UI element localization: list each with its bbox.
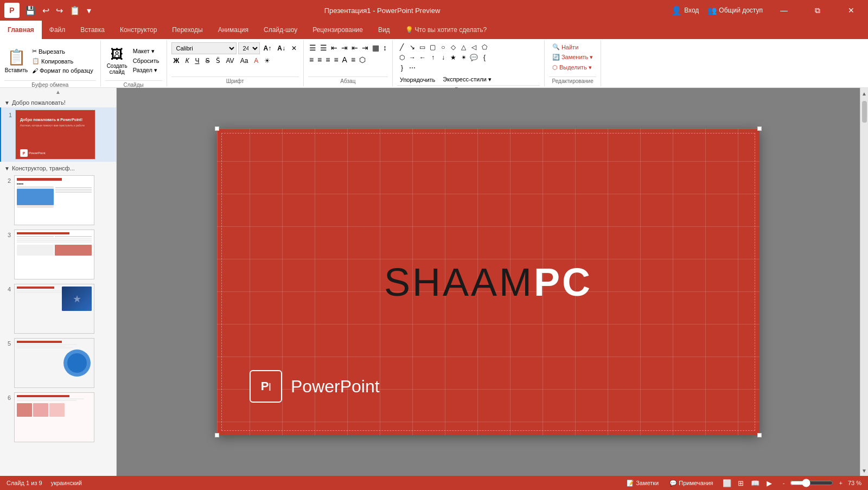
scroll-down-btn[interactable]: ▼ (860, 465, 868, 476)
slide-sorter-btn[interactable]: ⊞ (735, 477, 747, 489)
shape-brace[interactable]: } (397, 63, 407, 73)
tab-slideshow[interactable]: Слайд-шоу (256, 21, 305, 39)
section-btn[interactable]: Раздел ▾ (130, 66, 162, 75)
align-right-btn[interactable]: ≡ (324, 54, 331, 65)
char-spacing-btn[interactable]: AV (224, 55, 237, 66)
line-spacing-btn[interactable]: ↕ (382, 42, 388, 53)
quick-styles-btn[interactable]: Экспресс-стили ▾ (440, 75, 494, 84)
highlight-btn[interactable]: ☀ (262, 55, 272, 66)
bullet-list-btn[interactable]: ☰ (308, 42, 317, 53)
close-btn[interactable]: ✕ (839, 0, 864, 21)
font-family-select[interactable]: Calibri (171, 42, 237, 54)
smart-art-btn[interactable]: ⬡ (358, 54, 367, 65)
zoom-minus-btn[interactable]: - (780, 479, 788, 487)
bold-btn[interactable]: Ж (171, 55, 182, 66)
shape-line[interactable]: ╱ (397, 42, 407, 52)
increase-indent-btn[interactable]: ⇥ (340, 42, 349, 53)
shape-arrow-d[interactable]: ↓ (438, 53, 448, 62)
align-center-btn[interactable]: ≡ (316, 54, 323, 65)
sign-in-btn[interactable]: 👤 Вход (671, 5, 699, 16)
shape-oval[interactable]: ○ (438, 42, 448, 52)
tab-home[interactable]: Главная (0, 21, 42, 39)
arrange-btn[interactable]: Упорядочить (397, 75, 438, 84)
cut-btn[interactable]: ✂ Вырезать (29, 47, 96, 56)
format-painter-btn[interactable]: 🖌 Формат по образцу (29, 66, 96, 75)
shape-pentagon[interactable]: ⬠ (480, 42, 489, 52)
numbered-list-btn[interactable]: ☰ (319, 42, 328, 53)
clear-format-btn[interactable]: ✕ (289, 43, 299, 54)
decrease-font-btn[interactable]: A↓ (275, 43, 288, 54)
shape-diamond[interactable]: ◇ (449, 42, 458, 52)
redo-quick-btn[interactable]: ↪ (54, 4, 65, 17)
reading-view-btn[interactable]: 📖 (749, 477, 761, 489)
slide-thumbnail-5[interactable]: 5 (0, 336, 116, 390)
shape-burst[interactable]: ✴ (459, 53, 469, 62)
scroll-thumb[interactable] (862, 101, 867, 123)
change-case-btn[interactable]: Aa (238, 55, 251, 66)
tab-design[interactable]: Конструктор (112, 21, 164, 39)
tab-animations[interactable]: Анимация (210, 21, 256, 39)
increase-font-btn[interactable]: A↑ (261, 43, 274, 54)
columns-btn[interactable]: ▦ (371, 42, 380, 53)
main-slide-canvas[interactable]: SHAAMPC P | PowerPoint (217, 129, 760, 435)
strikethrough-btn[interactable]: S (203, 55, 212, 66)
zoom-slider[interactable] (790, 479, 833, 487)
shape-arrow[interactable]: ↘ (407, 42, 417, 52)
slide-thumbnail-6[interactable]: 6 (0, 390, 116, 444)
share-btn[interactable]: 👥 Общий доступ (707, 6, 763, 15)
font-size-select[interactable]: 24 (238, 42, 260, 54)
tab-transitions[interactable]: Переходы (164, 21, 210, 39)
find-btn[interactable]: 🔍 Найти (549, 42, 582, 52)
slide-thumbnail-4[interactable]: 4 ★ (0, 282, 116, 336)
shape-rtriangle[interactable]: ◁ (469, 42, 479, 52)
shape-rounded-rect[interactable]: ▢ (428, 42, 438, 52)
paste-btn[interactable]: 📋 Вставить (4, 42, 28, 79)
normal-view-btn[interactable]: ⬜ (721, 477, 733, 489)
handle-tr[interactable] (757, 126, 762, 131)
shape-arrow-l[interactable]: ← (418, 53, 427, 62)
layout-btn[interactable]: Макет ▾ (130, 47, 162, 56)
undo-quick-btn[interactable]: ↩ (40, 4, 52, 17)
align-text-btn[interactable]: ≡ (350, 54, 356, 65)
select-btn[interactable]: ⬡ Выделить ▾ (549, 63, 595, 72)
save-quick-btn[interactable]: 💾 (23, 4, 38, 17)
shape-more[interactable]: ⋯ (407, 63, 417, 73)
handle-bl[interactable] (215, 433, 219, 437)
slide-thumbnail-1[interactable]: 1 Добро пожаловать в PowerPoint! Азотная… (0, 107, 116, 162)
present-quick-btn[interactable]: 📋 (67, 4, 82, 17)
notes-btn[interactable]: 📝 Заметки (623, 479, 662, 488)
tab-view[interactable]: Вид (371, 21, 398, 39)
shape-star[interactable]: ★ (449, 53, 458, 62)
font-color-btn[interactable]: A (252, 55, 260, 66)
handle-br[interactable] (757, 433, 762, 437)
shape-bracket[interactable]: { (480, 53, 489, 62)
minimize-btn[interactable]: — (771, 0, 796, 21)
justify-btn[interactable]: ≡ (333, 54, 339, 65)
shape-triangle[interactable]: △ (459, 42, 469, 52)
shape-arrow-r[interactable]: → (407, 53, 417, 62)
copy-btn[interactable]: 📋 Копировать (29, 56, 96, 66)
ltr-btn[interactable]: ⇥ (361, 42, 369, 53)
decrease-indent-btn[interactable]: ⇤ (330, 42, 339, 53)
panel-scroll-up[interactable]: ▲ (0, 88, 116, 96)
tab-review[interactable]: Рецензирование (305, 21, 371, 39)
handle-tl[interactable] (215, 126, 219, 131)
italic-btn[interactable]: К (183, 55, 191, 66)
replace-btn[interactable]: 🔄 Заменить ▾ (549, 53, 597, 62)
text-direction-btn[interactable]: A (341, 54, 348, 65)
tab-file[interactable]: Файл (42, 21, 73, 39)
slideshow-btn[interactable]: ▶ (763, 477, 775, 489)
shape-hex[interactable]: ⬡ (397, 53, 407, 62)
shape-callout[interactable]: 💬 (469, 53, 479, 62)
shape-arrow-u[interactable]: ↑ (428, 53, 438, 62)
shadow-btn[interactable]: S̈ (214, 55, 222, 66)
align-left-btn[interactable]: ≡ (308, 54, 315, 65)
zoom-plus-btn[interactable]: + (835, 479, 845, 487)
tab-insert[interactable]: Вставка (73, 21, 112, 39)
comments-btn[interactable]: 💬 Примечания (666, 479, 717, 488)
rtl-btn[interactable]: ⇤ (350, 42, 359, 53)
new-slide-btn[interactable]: 🖼 Создать слайд (105, 42, 129, 79)
restore-btn[interactable]: ⧉ (805, 0, 830, 21)
qat-dropdown[interactable]: ▾ (85, 4, 93, 17)
tab-help[interactable]: 💡Что вы хотите сделать? (398, 21, 495, 39)
